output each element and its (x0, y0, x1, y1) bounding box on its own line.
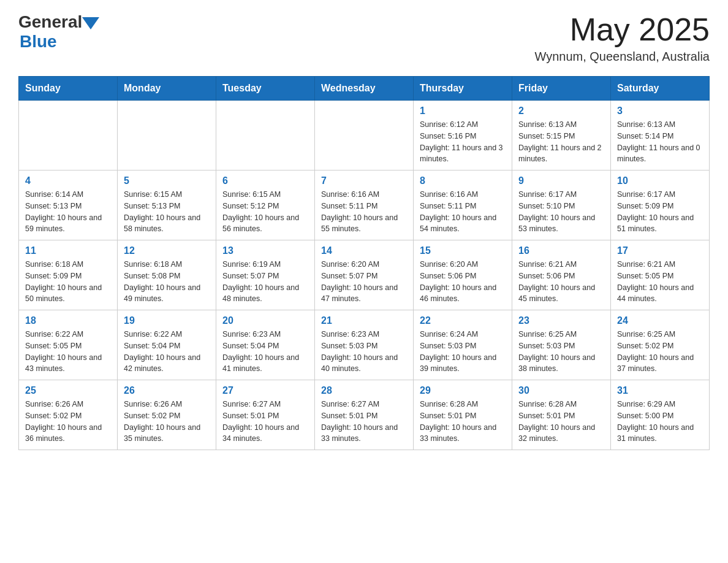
day-info: Sunrise: 6:29 AMSunset: 5:00 PMDaylight:… (617, 399, 703, 445)
calendar-cell (19, 101, 118, 170)
calendar-day-header: Tuesday (216, 77, 315, 101)
day-number: 14 (321, 245, 407, 256)
day-info: Sunrise: 6:16 AMSunset: 5:11 PMDaylight:… (420, 189, 506, 235)
day-info: Sunrise: 6:17 AMSunset: 5:09 PMDaylight:… (617, 189, 703, 235)
calendar-cell: 28Sunrise: 6:27 AMSunset: 5:01 PMDayligh… (315, 380, 414, 450)
calendar-cell: 18Sunrise: 6:22 AMSunset: 5:05 PMDayligh… (19, 310, 118, 380)
day-number: 27 (222, 385, 308, 396)
logo: General Blue (18, 12, 99, 52)
day-info: Sunrise: 6:22 AMSunset: 5:05 PMDaylight:… (25, 329, 111, 375)
day-info: Sunrise: 6:27 AMSunset: 5:01 PMDaylight:… (321, 399, 407, 445)
calendar-cell: 19Sunrise: 6:22 AMSunset: 5:04 PMDayligh… (118, 310, 216, 380)
day-number: 5 (124, 175, 210, 186)
day-number: 6 (222, 175, 308, 186)
calendar-week-row: 18Sunrise: 6:22 AMSunset: 5:05 PMDayligh… (19, 310, 710, 380)
day-info: Sunrise: 6:23 AMSunset: 5:03 PMDaylight:… (321, 329, 407, 375)
day-info: Sunrise: 6:21 AMSunset: 5:05 PMDaylight:… (617, 259, 703, 305)
calendar-cell: 29Sunrise: 6:28 AMSunset: 5:01 PMDayligh… (414, 380, 512, 450)
calendar-cell: 23Sunrise: 6:25 AMSunset: 5:03 PMDayligh… (512, 310, 611, 380)
calendar-cell: 5Sunrise: 6:15 AMSunset: 5:13 PMDaylight… (118, 170, 216, 240)
calendar-cell: 27Sunrise: 6:27 AMSunset: 5:01 PMDayligh… (216, 380, 315, 450)
logo-triangle-icon (82, 17, 99, 29)
calendar-cell: 14Sunrise: 6:20 AMSunset: 5:07 PMDayligh… (315, 240, 414, 310)
day-number: 22 (420, 315, 506, 326)
calendar-cell: 30Sunrise: 6:28 AMSunset: 5:01 PMDayligh… (512, 380, 611, 450)
calendar-cell: 16Sunrise: 6:21 AMSunset: 5:06 PMDayligh… (512, 240, 611, 310)
calendar-cell: 10Sunrise: 6:17 AMSunset: 5:09 PMDayligh… (611, 170, 710, 240)
day-info: Sunrise: 6:28 AMSunset: 5:01 PMDaylight:… (518, 399, 604, 445)
month-year-title: May 2025 (534, 12, 710, 47)
day-info: Sunrise: 6:14 AMSunset: 5:13 PMDaylight:… (25, 189, 111, 235)
calendar-cell: 8Sunrise: 6:16 AMSunset: 5:11 PMDaylight… (414, 170, 512, 240)
day-info: Sunrise: 6:28 AMSunset: 5:01 PMDaylight:… (420, 399, 506, 445)
calendar-day-header: Friday (512, 77, 611, 101)
day-number: 8 (420, 175, 506, 186)
calendar-cell: 7Sunrise: 6:16 AMSunset: 5:11 PMDaylight… (315, 170, 414, 240)
day-number: 29 (420, 385, 506, 396)
day-number: 16 (518, 245, 604, 256)
day-number: 13 (222, 245, 308, 256)
day-info: Sunrise: 6:23 AMSunset: 5:04 PMDaylight:… (222, 329, 308, 375)
calendar-day-header: Monday (118, 77, 216, 101)
day-number: 26 (124, 385, 210, 396)
day-info: Sunrise: 6:24 AMSunset: 5:03 PMDaylight:… (420, 329, 506, 375)
day-number: 17 (617, 245, 703, 256)
day-info: Sunrise: 6:20 AMSunset: 5:06 PMDaylight:… (420, 259, 506, 305)
calendar-cell: 2Sunrise: 6:13 AMSunset: 5:15 PMDaylight… (512, 101, 611, 170)
calendar-day-header: Saturday (611, 77, 710, 101)
day-number: 12 (124, 245, 210, 256)
day-info: Sunrise: 6:13 AMSunset: 5:15 PMDaylight:… (518, 119, 604, 165)
calendar-cell: 20Sunrise: 6:23 AMSunset: 5:04 PMDayligh… (216, 310, 315, 380)
day-number: 10 (617, 175, 703, 186)
day-info: Sunrise: 6:18 AMSunset: 5:08 PMDaylight:… (124, 259, 210, 305)
calendar-cell: 4Sunrise: 6:14 AMSunset: 5:13 PMDaylight… (19, 170, 118, 240)
day-number: 25 (25, 385, 111, 396)
calendar-cell: 17Sunrise: 6:21 AMSunset: 5:05 PMDayligh… (611, 240, 710, 310)
day-number: 23 (518, 315, 604, 326)
calendar-table: SundayMondayTuesdayWednesdayThursdayFrid… (18, 76, 710, 450)
day-info: Sunrise: 6:13 AMSunset: 5:14 PMDaylight:… (617, 119, 703, 165)
day-number: 2 (518, 105, 604, 117)
day-number: 21 (321, 315, 407, 326)
calendar-cell: 15Sunrise: 6:20 AMSunset: 5:06 PMDayligh… (414, 240, 512, 310)
day-info: Sunrise: 6:27 AMSunset: 5:01 PMDaylight:… (222, 399, 308, 445)
calendar-cell: 1Sunrise: 6:12 AMSunset: 5:16 PMDaylight… (414, 101, 512, 170)
day-number: 4 (25, 175, 111, 186)
calendar-cell: 3Sunrise: 6:13 AMSunset: 5:14 PMDaylight… (611, 101, 710, 170)
day-number: 18 (25, 315, 111, 326)
location-subtitle: Wynnum, Queensland, Australia (534, 50, 710, 64)
day-info: Sunrise: 6:20 AMSunset: 5:07 PMDaylight:… (321, 259, 407, 305)
logo-general-text: General (18, 12, 82, 32)
calendar-cell: 22Sunrise: 6:24 AMSunset: 5:03 PMDayligh… (414, 310, 512, 380)
day-info: Sunrise: 6:12 AMSunset: 5:16 PMDaylight:… (420, 119, 506, 165)
calendar-cell: 6Sunrise: 6:15 AMSunset: 5:12 PMDaylight… (216, 170, 315, 240)
calendar-cell: 31Sunrise: 6:29 AMSunset: 5:00 PMDayligh… (611, 380, 710, 450)
calendar-day-header: Thursday (414, 77, 512, 101)
calendar-cell (216, 101, 315, 170)
day-info: Sunrise: 6:19 AMSunset: 5:07 PMDaylight:… (222, 259, 308, 305)
calendar-cell: 11Sunrise: 6:18 AMSunset: 5:09 PMDayligh… (19, 240, 118, 310)
title-section: May 2025 Wynnum, Queensland, Australia (534, 12, 710, 64)
day-number: 7 (321, 175, 407, 186)
day-number: 30 (518, 385, 604, 396)
day-number: 19 (124, 315, 210, 326)
day-info: Sunrise: 6:15 AMSunset: 5:13 PMDaylight:… (124, 189, 210, 235)
day-info: Sunrise: 6:15 AMSunset: 5:12 PMDaylight:… (222, 189, 308, 235)
day-info: Sunrise: 6:26 AMSunset: 5:02 PMDaylight:… (124, 399, 210, 445)
calendar-week-row: 11Sunrise: 6:18 AMSunset: 5:09 PMDayligh… (19, 240, 710, 310)
day-info: Sunrise: 6:17 AMSunset: 5:10 PMDaylight:… (518, 189, 604, 235)
calendar-cell: 24Sunrise: 6:25 AMSunset: 5:02 PMDayligh… (611, 310, 710, 380)
day-number: 3 (617, 105, 703, 117)
calendar-day-header: Sunday (19, 77, 118, 101)
day-info: Sunrise: 6:25 AMSunset: 5:03 PMDaylight:… (518, 329, 604, 375)
calendar-cell (118, 101, 216, 170)
day-info: Sunrise: 6:18 AMSunset: 5:09 PMDaylight:… (25, 259, 111, 305)
day-number: 9 (518, 175, 604, 186)
logo-blue-text: Blue (20, 32, 57, 52)
day-number: 31 (617, 385, 703, 396)
day-number: 24 (617, 315, 703, 326)
calendar-cell: 25Sunrise: 6:26 AMSunset: 5:02 PMDayligh… (19, 380, 118, 450)
day-info: Sunrise: 6:25 AMSunset: 5:02 PMDaylight:… (617, 329, 703, 375)
day-number: 28 (321, 385, 407, 396)
calendar-cell: 26Sunrise: 6:26 AMSunset: 5:02 PMDayligh… (118, 380, 216, 450)
